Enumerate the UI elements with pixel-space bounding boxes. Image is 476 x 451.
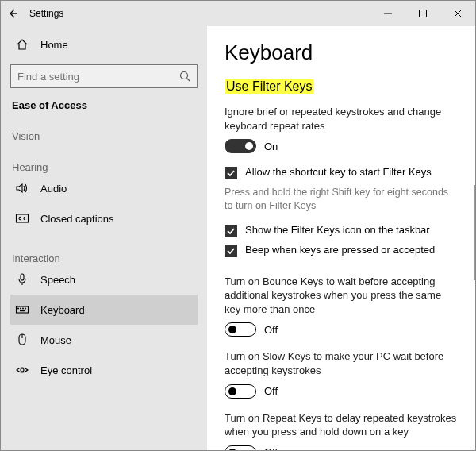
sidebar-item-speech[interactable]: Speech [10, 264, 198, 295]
main-content: Keyboard Use Filter Keys Ignore brief or… [207, 26, 475, 450]
allow-shortcut-checkbox[interactable] [225, 167, 237, 179]
sidebar-item-mouse[interactable]: Mouse [10, 325, 198, 355]
back-icon[interactable] [7, 8, 18, 19]
mouse-icon [15, 333, 29, 347]
audio-icon [15, 181, 29, 195]
sidebar-cat-vision: Vision [10, 130, 198, 142]
section-title: Use Filter Keys [225, 79, 313, 94]
sidebar-cat-hearing: Hearing [10, 161, 198, 173]
allow-shortcut-label: Allow the shortcut key to start Filter K… [245, 166, 432, 178]
filter-keys-desc: Ignore brief or repeated keystrokes and … [225, 105, 458, 133]
sidebar-item-label: Audio [40, 183, 67, 195]
sidebar-item-eye-control[interactable]: Eye control [10, 355, 198, 385]
sidebar-item-keyboard[interactable]: Keyboard [10, 295, 198, 325]
cc-icon [15, 211, 29, 226]
search-field[interactable] [17, 71, 179, 83]
toggle-state-label: Off [264, 446, 278, 450]
slow-keys-toggle[interactable] [225, 384, 256, 399]
search-icon [179, 71, 190, 82]
sidebar-cat-interaction: Interaction [10, 252, 198, 264]
keyboard-icon [15, 303, 29, 317]
svg-line-5 [187, 79, 190, 82]
sidebar: Home Ease of Access Vision Hearing Audio [1, 26, 207, 450]
sidebar-item-label: Closed captions [40, 213, 114, 225]
svg-rect-1 [420, 10, 427, 17]
page-title: Keyboard [225, 40, 458, 65]
sidebar-home-label: Home [40, 39, 68, 51]
shortcut-hint: Press and hold the right Shift key for e… [225, 186, 458, 213]
svg-rect-6 [17, 214, 29, 222]
svg-rect-7 [21, 274, 24, 280]
toggle-state-label: Off [264, 324, 278, 336]
sidebar-item-label: Eye control [40, 364, 92, 376]
show-icon-checkbox[interactable] [225, 225, 237, 237]
search-input[interactable] [10, 64, 198, 88]
sidebar-item-closed-captions[interactable]: Closed captions [10, 203, 198, 233]
svg-point-4 [181, 72, 188, 79]
maximize-button[interactable] [405, 1, 440, 26]
eye-icon [15, 363, 29, 377]
sidebar-area: Ease of Access [10, 99, 198, 111]
filter-keys-toggle[interactable] [225, 139, 256, 153]
show-icon-label: Show the Filter Keys icon on the taskbar [245, 224, 430, 236]
repeat-keys-desc: Turn on Repeat Keys to delay repeated ke… [225, 411, 458, 439]
settings-window: Settings Home Ease of Access [1, 1, 475, 450]
beep-label: Beep when keys are pressed or accepted [245, 244, 435, 256]
sidebar-home[interactable]: Home [10, 33, 198, 56]
bounce-keys-toggle[interactable] [225, 322, 256, 337]
sidebar-item-audio[interactable]: Audio [10, 173, 198, 203]
svg-rect-8 [17, 306, 29, 313]
sidebar-item-label: Speech [40, 274, 75, 286]
mic-icon [15, 272, 29, 287]
repeat-keys-toggle[interactable] [225, 445, 256, 450]
sidebar-item-label: Keyboard [40, 304, 85, 316]
minimize-button[interactable] [370, 1, 405, 26]
svg-point-16 [21, 368, 24, 372]
beep-checkbox[interactable] [225, 245, 237, 257]
slow-keys-desc: Turn on Slow Keys to make your PC wait b… [225, 349, 458, 377]
scrollbar[interactable] [474, 185, 475, 280]
toggle-state-label: On [264, 141, 278, 152]
close-button[interactable] [440, 1, 475, 26]
titlebar: Settings [1, 1, 475, 26]
toggle-state-label: Off [264, 385, 278, 397]
home-icon [15, 37, 29, 52]
sidebar-item-label: Mouse [40, 334, 71, 346]
window-title: Settings [29, 8, 63, 19]
bounce-keys-desc: Turn on Bounce Keys to wait before accep… [225, 275, 458, 317]
